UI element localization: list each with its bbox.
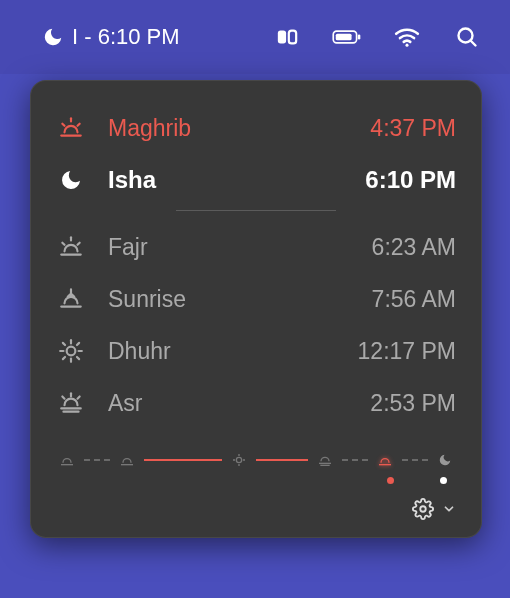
svg-line-29 xyxy=(62,397,64,399)
afternoon-icon xyxy=(56,390,86,416)
prayer-time: 2:53 PM xyxy=(370,390,456,417)
dot-next xyxy=(440,477,447,484)
svg-rect-4 xyxy=(358,35,361,40)
control-center-icon[interactable] xyxy=(272,22,302,52)
prayer-time: 4:37 PM xyxy=(370,115,456,142)
svg-line-14 xyxy=(62,243,64,245)
search-icon[interactable] xyxy=(452,22,482,52)
timeline-asr-icon xyxy=(316,451,334,469)
moon-icon xyxy=(42,26,64,48)
prayer-name: Asr xyxy=(108,390,143,417)
prayer-name: Sunrise xyxy=(108,286,186,313)
day-timeline xyxy=(56,451,456,469)
svg-rect-3 xyxy=(336,34,352,41)
prayer-name: Maghrib xyxy=(108,115,191,142)
timeline-maghrib-icon xyxy=(376,451,394,469)
chevron-down-icon[interactable] xyxy=(442,502,456,516)
sun-icon xyxy=(56,338,86,364)
svg-line-24 xyxy=(63,357,65,359)
svg-line-22 xyxy=(63,343,65,345)
prayer-time: 6:23 AM xyxy=(372,234,456,261)
battery-icon[interactable] xyxy=(332,22,362,52)
svg-line-11 xyxy=(78,124,80,126)
dawn-icon xyxy=(56,234,86,260)
svg-point-33 xyxy=(236,457,241,462)
prayer-times-panel: Maghrib 4:37 PM Isha 6:10 PM Fajr 6:23 A… xyxy=(30,80,482,538)
prayer-time: 7:56 AM xyxy=(372,286,456,313)
svg-line-25 xyxy=(77,343,79,345)
svg-line-30 xyxy=(78,397,80,399)
prayer-row-fajr[interactable]: Fajr 6:23 AM xyxy=(56,221,456,273)
section-divider xyxy=(176,210,336,211)
prayer-time: 6:10 PM xyxy=(365,166,456,194)
timeline-sunrise-icon xyxy=(118,451,136,469)
menubar-app-status[interactable]: I - 6:10 PM xyxy=(42,24,180,50)
svg-line-23 xyxy=(77,357,79,359)
timeline-dhuhr-icon xyxy=(230,451,248,469)
prayer-row-dhuhr[interactable]: Dhuhr 12:17 PM xyxy=(56,325,456,377)
dot-active xyxy=(387,477,394,484)
svg-line-7 xyxy=(471,41,476,46)
svg-point-17 xyxy=(67,347,76,356)
settings-button[interactable] xyxy=(412,498,434,520)
timeline-indicator-dots xyxy=(56,477,456,484)
prayer-name: Fajr xyxy=(108,234,148,261)
sunrise-icon xyxy=(56,286,86,312)
prayer-row-isha[interactable]: Isha 6:10 PM xyxy=(56,154,456,206)
wifi-icon[interactable] xyxy=(392,22,422,52)
macos-menubar: I - 6:10 PM xyxy=(0,0,510,74)
prayer-name: Dhuhr xyxy=(108,338,171,365)
prayer-row-maghrib[interactable]: Maghrib 4:37 PM xyxy=(56,102,456,154)
svg-rect-0 xyxy=(278,31,286,44)
svg-point-5 xyxy=(405,44,408,47)
prayer-name: Isha xyxy=(108,166,156,194)
svg-line-10 xyxy=(62,124,64,126)
prayer-time: 12:17 PM xyxy=(358,338,456,365)
moon-icon xyxy=(56,168,86,192)
sunset-icon xyxy=(56,115,86,141)
svg-point-41 xyxy=(420,506,426,512)
menubar-status-text: I - 6:10 PM xyxy=(72,24,180,50)
svg-line-15 xyxy=(78,243,80,245)
timeline-isha-icon xyxy=(436,451,454,469)
prayer-row-asr[interactable]: Asr 2:53 PM xyxy=(56,377,456,429)
svg-rect-1 xyxy=(289,31,296,44)
prayer-row-sunrise[interactable]: Sunrise 7:56 AM xyxy=(56,273,456,325)
timeline-fajr-icon xyxy=(58,451,76,469)
